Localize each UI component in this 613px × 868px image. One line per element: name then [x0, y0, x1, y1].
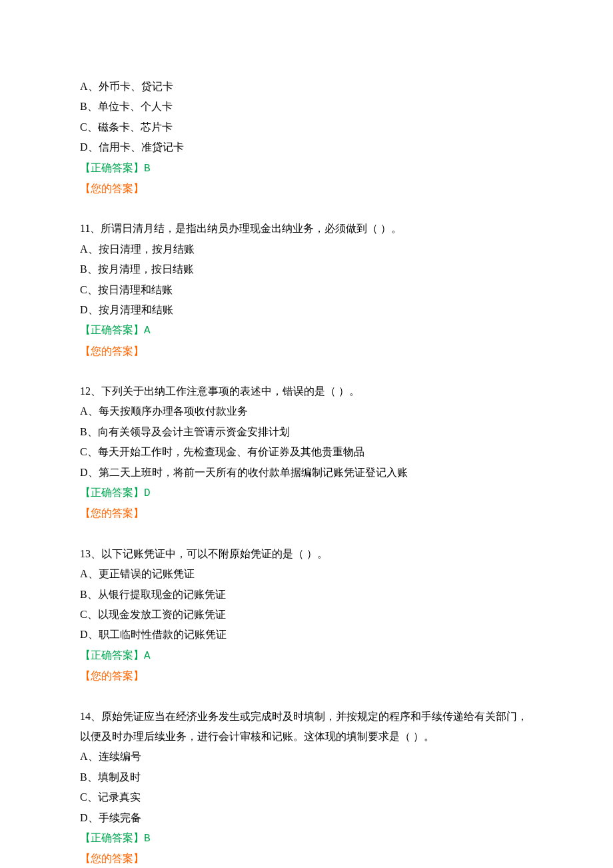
option: B、单位卡、个人卡 — [80, 97, 533, 117]
question-block: 13、以下记账凭证中，可以不附原始凭证的是（ ）。A、更正错误的记账凭证B、从银… — [80, 544, 533, 687]
question-block: 11、所谓日清月结，是指出纳员办理现金出纳业务，必须做到（ ）。A、按日清理，按… — [80, 219, 533, 361]
question-stem: 14、原始凭证应当在经济业务发生或完成时及时填制，并按规定的程序和手续传递给有关… — [80, 707, 533, 747]
your-answer: 【您的答案】 — [80, 503, 533, 523]
correct-answer: 【正确答案】A — [80, 645, 533, 666]
correct-answer-label: 【正确答案】 — [80, 487, 144, 498]
correct-answer-label: 【正确答案】 — [80, 162, 144, 173]
correct-answer-value: A — [144, 325, 151, 337]
correct-answer: 【正确答案】D — [80, 483, 533, 503]
your-answer: 【您的答案】 — [80, 179, 533, 199]
correct-answer-value: B — [144, 833, 151, 845]
question-block: A、外币卡、贷记卡B、单位卡、个人卡C、磁条卡、芯片卡D、信用卡、准贷记卡【正确… — [80, 77, 533, 199]
option: C、磁条卡、芯片卡 — [80, 117, 533, 137]
option: A、按日清理，按月结账 — [80, 239, 533, 259]
correct-answer-value: A — [144, 650, 151, 662]
option: A、连续编号 — [80, 747, 533, 767]
your-answer: 【您的答案】 — [80, 666, 533, 686]
question-stem: 12、下列关于出纳工作注意事项的表述中，错误的是（ ）。 — [80, 381, 533, 401]
option: A、更正错误的记账凭证 — [80, 564, 533, 584]
correct-answer: 【正确答案】B — [80, 158, 533, 179]
question-block: 14、原始凭证应当在经济业务发生或完成时及时填制，并按规定的程序和手续传递给有关… — [80, 707, 533, 868]
question-block: 12、下列关于出纳工作注意事项的表述中，错误的是（ ）。A、每天按顺序办理各项收… — [80, 381, 533, 524]
option: C、记录真实 — [80, 787, 533, 807]
option: D、按月清理和结账 — [80, 300, 533, 320]
option: D、第二天上班时，将前一天所有的收付款单据编制记账凭证登记入账 — [80, 463, 533, 483]
your-answer: 【您的答案】 — [80, 341, 533, 361]
correct-answer-label: 【正确答案】 — [80, 324, 144, 335]
option: C、按日清理和结账 — [80, 280, 533, 300]
option: B、向有关领导及会计主管请示资金安排计划 — [80, 422, 533, 442]
option: D、手续完备 — [80, 808, 533, 828]
option: B、填制及时 — [80, 767, 533, 787]
option: D、信用卡、准贷记卡 — [80, 137, 533, 157]
option: A、每天按顺序办理各项收付款业务 — [80, 401, 533, 421]
correct-answer-value: B — [144, 163, 151, 175]
option: C、每天开始工作时，先检查现金、有价证券及其他贵重物品 — [80, 442, 533, 462]
option: B、按月清理，按日结账 — [80, 259, 533, 279]
option: C、以现金发放工资的记账凭证 — [80, 605, 533, 625]
option: B、从银行提取现金的记账凭证 — [80, 585, 533, 605]
correct-answer-label: 【正确答案】 — [80, 649, 144, 661]
question-stem: 11、所谓日清月结，是指出纳员办理现金出纳业务，必须做到（ ）。 — [80, 219, 533, 239]
correct-answer-value: D — [144, 487, 151, 499]
correct-answer: 【正确答案】B — [80, 828, 533, 849]
correct-answer: 【正确答案】A — [80, 320, 533, 341]
correct-answer-label: 【正确答案】 — [80, 832, 144, 843]
option: D、职工临时性借款的记账凭证 — [80, 625, 533, 645]
your-answer: 【您的答案】 — [80, 849, 533, 868]
option: A、外币卡、贷记卡 — [80, 77, 533, 97]
question-stem: 13、以下记账凭证中，可以不附原始凭证的是（ ）。 — [80, 544, 533, 564]
